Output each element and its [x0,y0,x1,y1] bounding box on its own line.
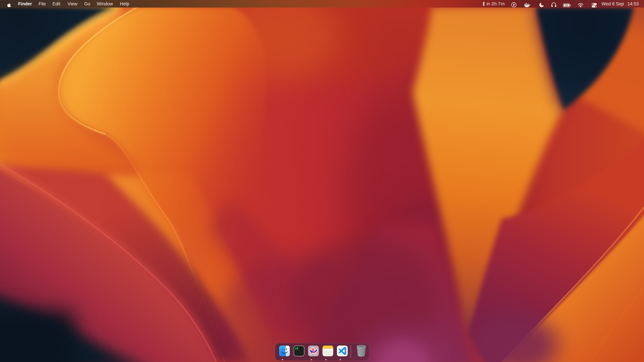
svg-text:$: $ [295,348,296,350]
